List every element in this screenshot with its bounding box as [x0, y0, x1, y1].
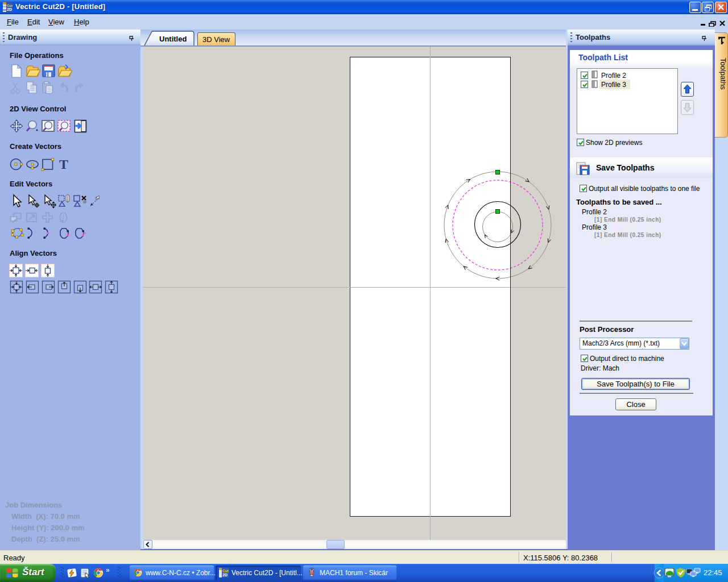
svg-text:Cut: Cut: [222, 569, 229, 573]
svg-text:T: T: [59, 157, 68, 172]
svg-text:2D: 2D: [7, 7, 12, 11]
svg-text:2D: 2D: [222, 573, 228, 577]
